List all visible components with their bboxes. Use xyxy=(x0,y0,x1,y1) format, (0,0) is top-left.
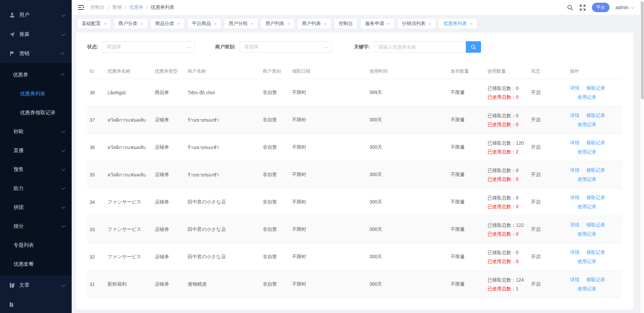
keyword-input[interactable] xyxy=(374,41,466,53)
page-tab[interactable]: 商户分类 × xyxy=(114,18,148,29)
content-area: 状态: 请选择 商户类别: 请选择 关键字: xyxy=(72,29,640,310)
detail-link[interactable]: 详情 xyxy=(570,140,579,145)
breadcrumb-item[interactable]: 营销 xyxy=(112,4,122,10)
page-tab[interactable]: 平台商品 × xyxy=(187,18,221,29)
cell-merchant-category: 非自营 xyxy=(263,90,292,96)
use-record-link[interactable]: 使用记录 xyxy=(577,259,596,264)
claim-record-link[interactable]: 领取记录 xyxy=(586,249,605,255)
close-icon[interactable]: × xyxy=(104,21,106,26)
cell-id: 34 xyxy=(87,199,108,205)
close-icon[interactable]: × xyxy=(470,21,473,26)
breadcrumb-item[interactable]: 控制台 xyxy=(91,4,105,10)
close-icon[interactable]: × xyxy=(387,21,390,26)
claim-record-link[interactable]: 领取记录 xyxy=(586,277,605,282)
close-icon[interactable]: × xyxy=(141,21,143,26)
received-total: 已领取总数：0 xyxy=(487,84,531,93)
sidebar-submenu-item[interactable]: 优惠套餐 xyxy=(0,255,72,273)
sidebar-item-promotion[interactable]: 推廣 xyxy=(0,25,72,44)
detail-link[interactable]: 详情 xyxy=(570,222,579,227)
use-record-link[interactable]: 使用记录 xyxy=(577,231,596,237)
cell-publish-qty: 不限量 xyxy=(451,281,487,287)
fullscreen-icon[interactable] xyxy=(579,4,586,11)
cell-id: 35 xyxy=(87,172,108,177)
used-total: 已使用总数：1 xyxy=(487,284,531,293)
search-icon xyxy=(471,44,476,50)
breadcrumb-item[interactable]: 优惠券 xyxy=(129,4,143,10)
close-icon[interactable]: × xyxy=(251,21,253,26)
sidebar-item-partial-bottom[interactable] xyxy=(0,295,72,313)
page-tab[interactable]: 分销员列表 × xyxy=(397,18,436,29)
page-tab[interactable]: 服务申请 × xyxy=(360,18,395,29)
close-icon[interactable]: × xyxy=(287,21,290,26)
use-record-link[interactable]: 使用记录 xyxy=(577,286,596,291)
page-tab[interactable]: 控制台 × xyxy=(334,18,358,29)
use-record-link[interactable]: 使用记录 xyxy=(577,94,596,100)
sidebar-submenu-item[interactable]: 直播 xyxy=(0,141,72,160)
search-button[interactable] xyxy=(466,41,481,53)
claim-record-link[interactable]: 领取记录 xyxy=(586,167,605,173)
page-tab[interactable]: 用户分组 × xyxy=(224,18,258,29)
cell-merchant-name: Tiệm đồ chơi xyxy=(188,90,263,95)
menu-fold-icon[interactable] xyxy=(77,4,85,11)
use-record-link[interactable]: 使用记录 xyxy=(577,122,596,127)
sidebar-item-articles[interactable]: 文章 xyxy=(0,275,72,295)
table-row: 33 ファンサービス 店铺券 田中君の小さな店 非自营 不限时 300天 不限量… xyxy=(87,216,622,243)
chevron-down-icon xyxy=(631,5,634,9)
merchant-category-select[interactable]: 请选择 xyxy=(240,41,332,53)
cell-status: 开启 xyxy=(531,281,570,287)
search-icon[interactable] xyxy=(567,4,573,11)
cell-publish-qty: 不限量 xyxy=(451,117,487,123)
status-select[interactable]: 请选择 xyxy=(102,41,194,53)
received-value: 120 xyxy=(516,140,524,146)
sidebar-submenu-item[interactable]: 优惠券 xyxy=(0,65,72,84)
close-icon[interactable]: × xyxy=(324,21,327,26)
used-total: 已使用总数：0 xyxy=(487,230,531,238)
used-value: 2 xyxy=(516,149,519,154)
use-record-link[interactable]: 使用记录 xyxy=(577,149,596,154)
page-scrollbar[interactable] xyxy=(640,0,644,313)
close-icon[interactable]: × xyxy=(177,21,180,26)
detail-link[interactable]: 详情 xyxy=(570,167,579,173)
cell-use-time: 999天 xyxy=(369,90,451,96)
sidebar-submenu-item[interactable]: 秒殺 xyxy=(0,122,72,141)
page-tab[interactable]: 用户列表 × xyxy=(261,18,295,29)
close-icon[interactable]: × xyxy=(214,21,217,26)
detail-link[interactable]: 详情 xyxy=(570,277,579,282)
user-menu[interactable]: admin xyxy=(616,5,633,10)
sidebar-submenu-item[interactable]: 助力 xyxy=(0,179,72,198)
sidebar-submenu-item[interactable]: 优惠券领取记录 xyxy=(0,103,72,122)
page-tab[interactable]: 优惠券列表 × xyxy=(438,18,477,29)
sidebar-submenu-item[interactable]: 预售 xyxy=(0,160,72,179)
page-tab[interactable]: 商品分类 × xyxy=(150,18,185,29)
use-record-link[interactable]: 使用记录 xyxy=(577,204,596,209)
claim-record-link[interactable]: 领取记录 xyxy=(586,140,605,145)
sidebar-submenu-item[interactable]: 专题列表 xyxy=(0,236,72,255)
claim-record-link[interactable]: 领取记录 xyxy=(586,222,605,227)
main-area: 控制台 / 营销 / 优惠券 / 优惠券列表 平台 admin xyxy=(72,0,640,313)
sidebar-submenu-item[interactable]: 优惠券列表 xyxy=(0,84,72,103)
page-tab[interactable]: 商户列表 × xyxy=(297,18,332,29)
page-tab[interactable]: 基础配置 × xyxy=(77,18,111,29)
claim-record-link[interactable]: 领取记录 xyxy=(586,85,605,91)
scrollbar-thumb[interactable] xyxy=(641,1,644,99)
detail-link[interactable]: 详情 xyxy=(570,195,579,200)
sidebar-submenu-item[interactable]: 拼团 xyxy=(0,198,72,217)
claim-record-link[interactable]: 领取记录 xyxy=(586,113,605,118)
claim-record-link[interactable]: 领取记录 xyxy=(586,195,605,200)
cell-usage: 已领取总数：0 已使用总数：0 xyxy=(487,84,531,101)
received-value: 124 xyxy=(516,277,524,283)
sidebar-item-marketing[interactable]: 营销 xyxy=(0,44,72,63)
cell-coupon-type: 商品券 xyxy=(155,90,188,96)
sidebar-submenu-item[interactable]: 積分 xyxy=(0,217,72,236)
cell-merchant-category: 非自营 xyxy=(263,172,292,178)
cell-publish-qty: 不限量 xyxy=(451,144,487,150)
detail-link[interactable]: 详情 xyxy=(570,113,579,118)
sidebar-item-home[interactable]: 首页 xyxy=(0,0,72,5)
detail-link[interactable]: 详情 xyxy=(570,85,579,91)
sidebar-item-users[interactable]: 用户 xyxy=(0,5,72,25)
detail-link[interactable]: 详情 xyxy=(570,249,579,255)
close-icon[interactable]: × xyxy=(429,21,431,26)
use-record-link[interactable]: 使用记录 xyxy=(577,176,596,182)
cell-id: 38 xyxy=(87,90,108,95)
cell-actions: 详情领取记录 使用记录 xyxy=(570,83,622,102)
